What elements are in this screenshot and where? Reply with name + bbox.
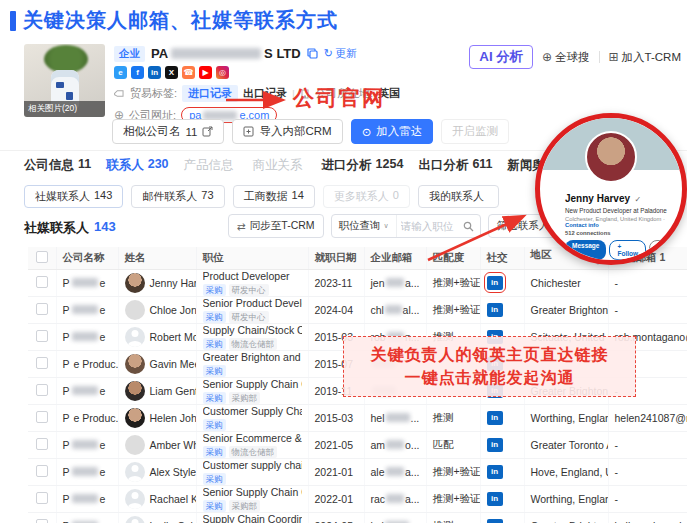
company-action-buttons: 相似公司名 11 导入内部CRM ⊙ 加入雷达 开启监测 [112,119,509,144]
similar-companies-button[interactable]: 相似公司名 11 [112,119,224,144]
sync-icon: ⇄ [237,220,246,232]
export-record-tag[interactable]: 出口记录 [243,86,287,101]
row-checkbox[interactable] [36,465,48,477]
row-checkbox[interactable] [36,411,48,423]
sync-tcrm-button[interactable]: ⇄ 同步至T-CRM [228,214,324,238]
row-checkbox[interactable] [36,519,48,523]
contact-info-link[interactable]: Contact info [565,222,599,228]
row-checkbox[interactable] [36,384,48,396]
search-icon[interactable] [463,221,474,232]
crm-box-icon: ⊞ [609,50,619,64]
table-row[interactable]: Pe Rachael Kelly Senior Supply Chain Coo… [28,485,687,512]
company-email: chlal... [371,304,420,316]
contact-name-cell: Jenny Harvey [125,273,190,293]
copy-icon[interactable] [307,48,318,59]
company-cell: Pe [63,277,112,289]
linkedin-icon[interactable]: in [487,438,503,452]
table-row[interactable]: Pe Jenny Harvey Product Developer 采购 研发中… [28,269,687,296]
company-email: amo... [371,439,420,451]
social-cell: in [487,275,503,290]
company-name: PA S LTD [151,46,301,61]
subtab-pill[interactable]: 工商数据 14 [233,185,315,208]
facebook-icon[interactable]: f [131,66,144,79]
job-title: Senior Product Developer [203,297,302,309]
col-email: 企业邮箱 [364,247,426,269]
linkedin-icon[interactable]: in [487,411,503,425]
job-search-input[interactable] [397,220,463,232]
row-checkbox[interactable] [36,330,48,342]
linkedin-icon[interactable]: in [487,303,503,317]
linkedin-annotation-box: 关键负责人的领英主页直达链接 一键点击就能发起沟通 [343,336,636,397]
company-cell: Pe [63,331,112,343]
avatar [125,489,145,509]
row-checkbox[interactable] [36,492,48,504]
globe-icon: ⊕ [542,50,552,64]
linkedin-icon[interactable]: in [487,519,503,523]
linkedin-icon[interactable]: in [487,276,503,290]
subtab-pill[interactable]: 更多联系人 0 [323,185,410,208]
tab[interactable]: 商业关系 [253,157,307,174]
row-checkbox[interactable] [36,276,48,288]
row-checkbox[interactable] [36,438,48,450]
tab[interactable]: 联系人 230 [106,157,168,174]
join-tcrm-button[interactable]: ⊞ 加入T-CRM [609,50,681,65]
select-all-checkbox[interactable] [36,251,48,263]
page-title: 关键决策人邮箱、社媒等联系方式 [10,7,338,34]
follow-button[interactable]: + Follow [609,240,646,260]
subtab-pill[interactable]: 邮件联系人 73 [131,185,224,208]
company-photo[interactable]: 相关图片(20) [24,44,105,117]
job-title: Customer supply chain coordinator [203,459,302,471]
instagram-icon[interactable]: ◎ [216,66,229,79]
web-icon[interactable]: e [114,66,127,79]
tab[interactable]: 出口分析 611 [418,157,492,174]
table-row[interactable]: Pe Amber Whitty Senior Ecommerce & Suppl… [28,431,687,458]
divider [599,51,600,63]
global-search-button[interactable]: ⊕ 全球搜 [542,50,590,65]
start-monitor-button[interactable]: 开启监测 [441,119,509,144]
tab[interactable]: 公司信息 11 [24,157,91,174]
region: Worthing, England,... [524,404,608,431]
job-tags: 采购 物流仓储部 [203,338,302,350]
job-tags: 采购 [203,473,302,485]
x-icon[interactable]: X [165,66,178,79]
table-controls: ⇄ 同步至T-CRM 职位查询 ∨ 筛选联系人 ∨ ♡ [228,214,586,238]
linkedin-icon[interactable]: in [487,465,503,479]
avatar [125,462,145,482]
company-cell: Pe [63,385,112,397]
job-tags: 采购 [203,419,302,431]
import-crm-button[interactable]: 导入内部CRM [232,119,342,144]
blurred-text [72,494,98,503]
table-row[interactable]: Pe Chloe Jones Senior Product Developer … [28,296,687,323]
social-cell: in [487,464,503,476]
youtube-icon[interactable]: ▶ [199,66,212,79]
job-query-select[interactable]: 职位查询 ∨ [332,215,397,237]
social-cell: in [487,302,503,314]
linkedin-connections: 512 connections [565,230,674,236]
linkedin-icon[interactable]: in [148,66,161,79]
linkedin-icon[interactable]: in [487,492,503,506]
website-annotation-text: 公司官网 [293,84,385,112]
table-row[interactable]: Pe Produc... Helen Johnstone Customer Su… [28,404,687,431]
tab[interactable]: 产品信息 [184,157,238,174]
extra-email: helen241087@msn... [608,404,687,431]
subtab-pill[interactable]: 我的联系人 [418,185,499,208]
dept-tag: 研发中心 [229,311,269,323]
dept-tag: 采购 [203,446,226,458]
tab[interactable]: 进口分析 1254 [322,157,404,174]
region: Greater Brighton a... [524,512,608,523]
phone-icon[interactable]: ☎ [182,66,195,79]
table-row[interactable]: Pe Alex Styles Customer supply chain coo… [28,458,687,485]
dept-tag: 采购部 [229,500,261,512]
avatar [125,408,145,428]
job-title: Senior Ecommerce & Supply Cha... [203,432,302,444]
add-radar-button[interactable]: ⊙ 加入雷达 [351,119,434,144]
table-row[interactable]: Pe Lydia Colasurdo Supply Chain Coordina… [28,512,687,523]
radar-icon: ⊙ [362,125,372,139]
extra-email: - [608,431,687,458]
contact-subtabs: 社媒联系人 143 邮件联系人 73 工商数据 14 更多联系人 0 我的联系人 [24,185,499,208]
import-record-tag[interactable]: 进口记录 [182,85,238,102]
row-checkbox[interactable] [36,303,48,315]
refresh-button[interactable]: ↻ 更新 [324,46,357,61]
subtab-pill[interactable]: 社媒联系人 143 [24,185,123,208]
row-checkbox[interactable] [36,357,48,369]
